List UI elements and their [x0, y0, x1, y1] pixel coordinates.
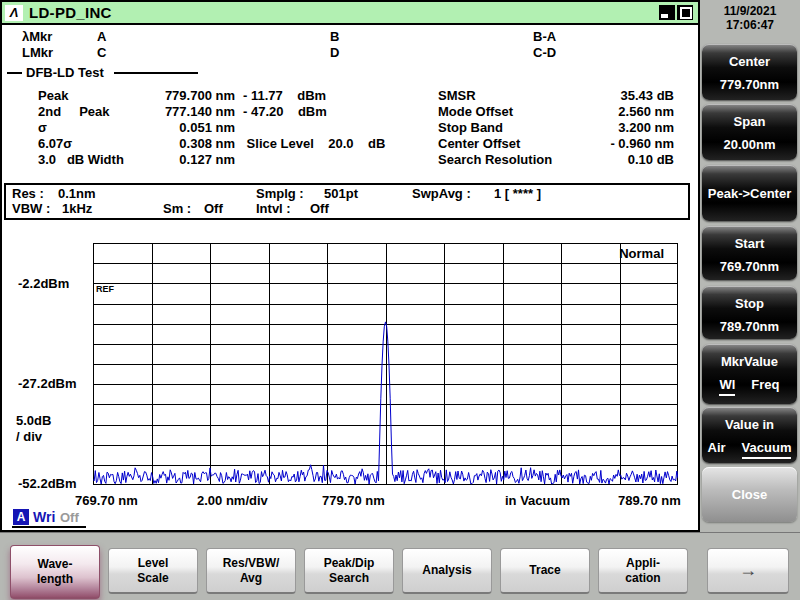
six-sigma-label: 6.07σ [38, 136, 72, 151]
display-mode-label: Normal [93, 246, 664, 261]
menu-res-vbw-avg[interactable]: Res/VBW/ Avg [206, 548, 296, 594]
trace-status-underline [12, 526, 86, 528]
level-marker-label: LMkr [22, 45, 53, 60]
second-peak-level: - 47.20 dBm [243, 104, 327, 119]
softkey-start[interactable]: Start 769.70nm [702, 226, 797, 280]
x-label-stop: 789.70 nm [618, 493, 681, 508]
mkr-value-freq-option[interactable]: Freq [751, 377, 779, 396]
active-trace-badge: A [13, 509, 29, 525]
vbw-value: 1kHz [62, 201, 92, 216]
ref-level-label: REF [96, 285, 114, 294]
slice-level: Slice Level 20.0 dB [243, 136, 385, 151]
peak-level: - 11.77 dBm [243, 88, 326, 103]
analysis-section-title: DFB-LD Test [26, 65, 104, 80]
sigma-value: 0.051 nm [105, 120, 235, 135]
sm-label: Sm : [163, 201, 191, 216]
softkey-center[interactable]: Center 779.70nm [702, 44, 797, 100]
six-sigma-value: 0.308 nm [105, 136, 235, 151]
trace-a [93, 322, 678, 484]
second-peak-wavelength: 777.140 nm [105, 104, 235, 119]
mode-offset-value: 2.560 nm [539, 104, 674, 119]
marker-c-label: C [97, 45, 106, 60]
y-scale-per-div-2: / div [16, 429, 42, 444]
smplg-value: 501pt [324, 186, 358, 201]
function-menu-bar: Wave- length Level Scale Res/VBW/ Avg Pe… [0, 532, 800, 600]
marker-a-label: A [97, 29, 106, 44]
menu-level-scale[interactable]: Level Scale [108, 548, 198, 594]
center-offset-value: - 0.960 nm [539, 136, 674, 151]
mode-offset-label: Mode Offset [438, 104, 513, 119]
x-label-start: 769.70 nm [75, 493, 138, 508]
marker-d-label: D [330, 45, 339, 60]
softkey-peak-to-center[interactable]: Peak->Center [702, 165, 797, 221]
marker-c-d-label: C-D [533, 45, 556, 60]
db-width-value: 0.127 nm [105, 152, 235, 167]
swpavg-label: SwpAvg : [412, 186, 471, 201]
y-label-ref: -2.2dBm [18, 276, 69, 291]
vbw-label: VBW : [12, 201, 50, 216]
smplg-label: Smplg : [256, 186, 304, 201]
peak-label: Peak [38, 88, 68, 103]
stop-band-value: 3.200 nm [539, 120, 674, 135]
section-rule-left [7, 72, 22, 74]
sigma-label: σ [38, 120, 47, 135]
menu-more-arrow[interactable]: → [707, 548, 789, 594]
window-controls [659, 5, 693, 20]
y-scale-per-div: 5.0dB [16, 413, 51, 428]
stop-band-label: Stop Band [438, 120, 503, 135]
clock-date: 11/9/2021 [700, 4, 800, 18]
second-peak-label: 2nd Peak [38, 104, 110, 119]
menu-trace[interactable]: Trace [500, 548, 590, 594]
intvl-value: Off [310, 201, 329, 216]
marker-b-label: B [330, 29, 339, 44]
center-offset-label: Center Offset [438, 136, 520, 151]
app-logo-icon: Λ [5, 5, 23, 21]
smsr-value: 35.43 dB [539, 88, 674, 103]
y-label-bottom: -52.2dBm [18, 476, 77, 491]
x-label-center: 779.70 nm [322, 493, 385, 508]
x-label-medium: in Vacuum [505, 493, 570, 508]
more-arrow-icon: → [708, 563, 788, 578]
value-in-air-option[interactable]: Air [708, 440, 726, 459]
softkey-mkr-value[interactable]: MkrValue Wl Freq [702, 344, 797, 404]
res-value: 0.1nm [58, 186, 96, 201]
res-label: Res : [12, 186, 44, 201]
section-rule-right [114, 72, 198, 74]
softkey-span[interactable]: Span 20.00nm [702, 104, 797, 160]
status-clock: 11/9/2021 17:06:47 [700, 4, 800, 32]
peak-wavelength: 779.700 nm [105, 88, 235, 103]
swpavg-value: 1 [ **** ] [494, 186, 541, 201]
lambda-marker-label: λMkr [22, 29, 52, 44]
menu-wavelength[interactable]: Wave- length [10, 545, 100, 599]
clock-time: 17:06:47 [700, 18, 800, 32]
marker-b-a-label: B-A [533, 29, 556, 44]
softkey-value-in[interactable]: Value in Air Vacuum [702, 407, 797, 463]
minimize-icon[interactable] [659, 5, 675, 20]
spectrum-plot [93, 243, 678, 485]
x-label-per-div: 2.00 nm/div [197, 493, 268, 508]
intvl-label: Intvl : [256, 201, 291, 216]
trace-state: Off [60, 510, 79, 525]
osa-screen: Λ LD-PD_INC λMkr A B B-A LMkr C D C-D DF… [0, 0, 800, 600]
main-display-panel: Λ LD-PD_INC λMkr A B B-A LMkr C D C-D DF… [0, 0, 700, 532]
mkr-value-wl-option[interactable]: Wl [719, 377, 735, 396]
y-label-mid: -27.2dBm [18, 376, 77, 391]
smsr-label: SMSR [438, 88, 476, 103]
search-resolution-value: 0.10 dB [539, 152, 674, 167]
value-in-vacuum-option[interactable]: Vacuum [742, 440, 792, 459]
maximize-icon[interactable] [677, 5, 693, 20]
menu-analysis[interactable]: Analysis [402, 548, 492, 594]
search-resolution-label: Search Resolution [438, 152, 552, 167]
softkey-stop[interactable]: Stop 789.70nm [702, 286, 797, 339]
menu-application[interactable]: Appli- cation [598, 548, 688, 594]
sm-value: Off [204, 201, 223, 216]
title-bar: Λ LD-PD_INC [2, 2, 698, 25]
window-title: LD-PD_INC [29, 4, 112, 21]
sweep-settings-box: Res : 0.1nm Smplg : 501pt SwpAvg : 1 [ *… [4, 183, 690, 220]
softkey-sidebar: 11/9/2021 17:06:47 Center 779.70nm Span … [700, 0, 800, 600]
grid-lines [93, 243, 678, 485]
menu-peak-dip-search[interactable]: Peak/Dip Search [304, 548, 394, 594]
trace-write-mode: Wri [33, 509, 55, 525]
softkey-close[interactable]: Close [702, 467, 797, 522]
